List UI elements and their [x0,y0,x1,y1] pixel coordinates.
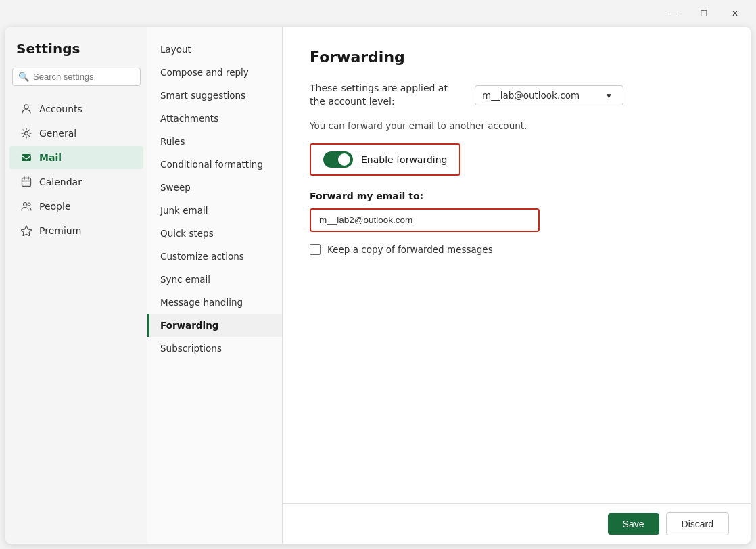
keep-copy-row: Keep a copy of forwarded messages [310,244,724,255]
sidebar-item-general-label: General [39,128,76,139]
maximize-button[interactable]: ☐ [688,3,719,24]
middle-item-rules[interactable]: Rules [147,130,282,153]
middle-item-forwarding[interactable]: Forwarding [147,314,282,337]
discard-button[interactable]: Discard [666,512,729,535]
middle-item-sweep[interactable]: Sweep [147,176,282,199]
titlebar: — ☐ ✕ [0,0,756,27]
calendar-icon [20,176,32,188]
sidebar-item-calendar[interactable]: Calendar [9,170,143,193]
sidebar-item-accounts-label: Accounts [39,103,82,114]
middle-item-layout[interactable]: Layout [147,38,282,61]
middle-item-customize[interactable]: Customize actions [147,245,282,268]
forward-email-input[interactable] [310,208,540,232]
people-icon [20,200,32,212]
search-input[interactable] [33,72,135,82]
settings-title: Settings [5,41,147,68]
settings-window: Settings 🔍 Accounts General Mail [5,27,751,544]
premium-icon [20,224,32,237]
search-icon: 🔍 [18,72,29,82]
account-row: These settings are applied at the accoun… [310,82,724,108]
save-button[interactable]: Save [608,513,659,535]
forward-info: You can forward your email to another ac… [310,120,724,131]
svg-point-0 [24,105,28,109]
middle-item-subscriptions[interactable]: Subscriptions [147,337,282,360]
svg-marker-6 [21,226,32,236]
mail-icon [20,151,32,164]
close-button[interactable]: ✕ [719,3,751,24]
enable-forwarding-box[interactable]: Enable forwarding [310,143,460,176]
enable-forwarding-toggle[interactable] [323,151,353,168]
page-title: Forwarding [310,49,724,66]
svg-rect-3 [22,178,31,187]
account-dropdown-value: m__lab@outlook.com [482,90,580,101]
footer: Save Discard [283,503,751,544]
chevron-down-icon: ▾ [607,90,611,101]
middle-item-attachments[interactable]: Attachments [147,107,282,130]
sidebar-item-people-label: People [39,201,71,212]
sidebar: Settings 🔍 Accounts General Mail [5,27,147,544]
general-icon [20,127,32,139]
sidebar-item-mail[interactable]: Mail [9,146,143,169]
middle-item-junk[interactable]: Junk email [147,199,282,222]
middle-item-sync[interactable]: Sync email [147,268,282,291]
enable-forwarding-label: Enable forwarding [361,154,447,165]
svg-point-5 [28,203,30,206]
sidebar-item-accounts[interactable]: Accounts [9,97,143,120]
minimize-button[interactable]: — [657,3,688,24]
svg-rect-2 [22,154,31,161]
middle-item-quicksteps[interactable]: Quick steps [147,222,282,245]
middle-item-conditional[interactable]: Conditional formatting [147,153,282,176]
accounts-icon [20,103,32,115]
forward-to-label: Forward my email to: [310,191,724,201]
sidebar-item-premium[interactable]: Premium [9,219,143,242]
keep-copy-label: Keep a copy of forwarded messages [327,244,493,255]
sidebar-item-calendar-label: Calendar [39,176,82,187]
middle-item-compose[interactable]: Compose and reply [147,61,282,84]
sidebar-item-general[interactable]: General [9,122,143,145]
account-dropdown[interactable]: m__lab@outlook.com ▾ [475,85,623,105]
svg-point-1 [25,132,28,135]
middle-item-smart[interactable]: Smart suggestions [147,84,282,107]
main-content: Forwarding These settings are applied at… [283,27,751,503]
middle-panel: Layout Compose and reply Smart suggestio… [147,27,283,544]
keep-copy-checkbox[interactable] [310,244,321,255]
account-settings-label: These settings are applied at the accoun… [310,82,458,108]
sidebar-item-people[interactable]: People [9,195,143,218]
sidebar-item-premium-label: Premium [39,225,81,236]
sidebar-item-mail-label: Mail [39,152,62,163]
middle-item-messagehandling[interactable]: Message handling [147,291,282,314]
svg-point-4 [24,203,27,206]
search-box[interactable]: 🔍 [12,68,141,86]
